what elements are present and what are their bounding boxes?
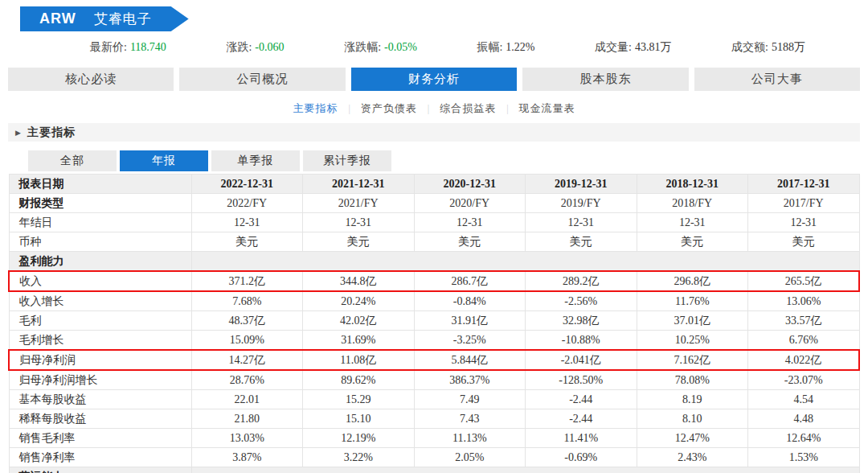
subnav-item-主要指标[interactable]: 主要指标 (293, 102, 338, 114)
cell-value: -23.07% (748, 370, 860, 390)
cell-value: 21.80 (191, 409, 303, 429)
period-tab-年报[interactable]: 年报 (120, 150, 208, 171)
table-row: 毛利48.37亿42.02亿31.91亿32.98亿37.01亿33.57亿 (9, 311, 859, 331)
cell-value: 美元 (748, 232, 860, 252)
cell-value: 42.02亿 (303, 311, 415, 331)
cell-value: 12-31 (414, 213, 526, 232)
cell-value: 32.98亿 (526, 311, 637, 331)
cell-value: 15.29 (303, 390, 415, 409)
cell-value: 2021/FY (303, 194, 415, 213)
cell-value: -2.44 (526, 390, 637, 409)
subnav-item-现金流量表[interactable]: 现金流量表 (519, 102, 575, 114)
cell-value: 2019/FY (526, 194, 637, 213)
subnav-divider: | (348, 103, 350, 114)
cell-value: 2.43% (637, 448, 748, 467)
cell-value: 12.19% (303, 429, 415, 448)
stock-name: 艾睿电子 (94, 11, 152, 27)
cell-value: 11.13% (414, 429, 526, 448)
main-tab-公司概况[interactable]: 公司概况 (179, 68, 345, 91)
subnav-divider: | (506, 103, 508, 114)
triangle-right-icon: ▶ (15, 129, 22, 137)
cell-value: 12-31 (303, 213, 415, 232)
cell-value: 2.05% (414, 448, 526, 467)
table-header-date: 2021-12-31 (303, 175, 415, 194)
table-row: 毛利增长15.09%31.69%-3.25%-10.88%10.25%6.76% (9, 331, 859, 351)
cell-value: 4.48 (748, 409, 860, 429)
section-row-spacer (191, 467, 859, 473)
cell-value: 371.2亿 (191, 271, 303, 291)
table-row: 财报类型2022/FY2021/FY2020/FY2019/FY2018/FY2… (9, 194, 859, 213)
cell-value: 7.162亿 (637, 350, 748, 370)
main-tab-bar: 核心必读公司概况财务分析股本股东公司大事 (8, 68, 860, 91)
main-tab-股本股东[interactable]: 股本股东 (522, 68, 688, 91)
table-header-row: 报表日期2022-12-312021-12-312020-12-312019-1… (9, 175, 859, 194)
cell-value: 2017/FY (748, 194, 860, 213)
subnav-item-综合损益表[interactable]: 综合损益表 (440, 102, 496, 114)
quote-value: 5188万 (772, 41, 805, 53)
table-header-date: 2018-12-31 (637, 175, 748, 194)
cell-value: 289.2亿 (526, 271, 637, 291)
cell-value: 3.87% (191, 448, 303, 467)
cell-value: 15.10 (303, 409, 415, 429)
quote-item: 涨跌幅:-0.05% (344, 40, 417, 55)
cell-value: 12-31 (191, 213, 303, 232)
cell-value: 美元 (303, 232, 415, 252)
subnav-item-资产负债表[interactable]: 资产负债表 (361, 102, 417, 114)
section-title: 主要指标 (27, 126, 76, 138)
quote-value: 43.81万 (635, 41, 672, 53)
cell-value: 美元 (191, 232, 303, 252)
quote-value: -0.05% (384, 41, 417, 53)
period-tab-bar: 全部年报单季报累计季报 (28, 150, 868, 171)
subnav-divider: | (428, 103, 429, 114)
main-tab-核心必读[interactable]: 核心必读 (8, 68, 174, 91)
cell-value: 2020/FY (414, 194, 526, 213)
quote-item: 最新价:118.740 (90, 40, 166, 55)
cell-value: 33.57亿 (748, 311, 860, 331)
cell-value: -0.69% (526, 448, 637, 467)
table-section-row: 营运能力 (9, 467, 859, 473)
cell-value: 2022/FY (191, 194, 303, 213)
quote-value: 1.22% (506, 41, 534, 53)
cell-value: 31.91亿 (414, 311, 526, 331)
cell-value: 20.24% (303, 291, 415, 311)
cell-value: -128.50% (526, 370, 637, 390)
period-tab-累计季报[interactable]: 累计季报 (303, 150, 391, 171)
quote-label: 涨跌幅: (344, 41, 381, 53)
cell-value: 美元 (637, 232, 748, 252)
quote-value: -0.060 (255, 41, 284, 53)
cell-value: 12.47% (637, 429, 748, 448)
cell-value: 12-31 (526, 213, 637, 232)
table-row: 收入371.2亿344.8亿286.7亿289.2亿296.8亿265.5亿 (9, 271, 859, 291)
cell-value: 14.27亿 (191, 350, 303, 370)
table-row: 收入增长7.68%20.24%-0.84%-2.56%11.76%13.06% (9, 291, 859, 311)
cell-value: 10.25% (637, 331, 748, 351)
section-header-bar[interactable]: ▶主要指标 (8, 123, 860, 142)
cell-value: 11.41% (526, 429, 637, 448)
quote-label: 最新价: (90, 41, 127, 53)
table-header-date: 2019-12-31 (526, 175, 637, 194)
row-label: 归母净利润 (9, 350, 191, 370)
stock-banner: ARW艾睿电子 (20, 6, 189, 31)
table-row: 归母净利润14.27亿11.08亿5.844亿-2.041亿7.162亿4.02… (9, 350, 859, 370)
cell-value: 美元 (414, 232, 526, 252)
cell-value: 286.7亿 (414, 271, 526, 291)
cell-value: 7.43 (414, 409, 526, 429)
quote-item: 成交额:5188万 (731, 40, 805, 55)
cell-value: 386.37% (414, 370, 526, 390)
quote-summary-row: 最新价:118.740涨跌:-0.060涨跌幅:-0.05%振幅:1.22%成交… (0, 39, 868, 56)
cell-value: 31.69% (303, 331, 415, 351)
cell-value: 8.19 (637, 390, 748, 409)
main-tab-公司大事[interactable]: 公司大事 (694, 68, 860, 91)
period-tab-全部[interactable]: 全部 (28, 150, 117, 171)
cell-value: 78.08% (637, 370, 748, 390)
cell-value: 22.01 (191, 390, 303, 409)
financial-indicators-table: 报表日期2022-12-312021-12-312020-12-312019-1… (8, 174, 860, 473)
period-tab-单季报[interactable]: 单季报 (211, 150, 300, 171)
main-tab-财务分析[interactable]: 财务分析 (351, 68, 517, 91)
cell-value: -0.84% (414, 291, 526, 311)
cell-value: 12.64% (748, 429, 860, 448)
row-label: 毛利增长 (9, 331, 191, 351)
quote-label: 振幅: (477, 41, 502, 53)
table-header-label: 报表日期 (9, 175, 191, 194)
cell-value: 11.08亿 (303, 350, 415, 370)
